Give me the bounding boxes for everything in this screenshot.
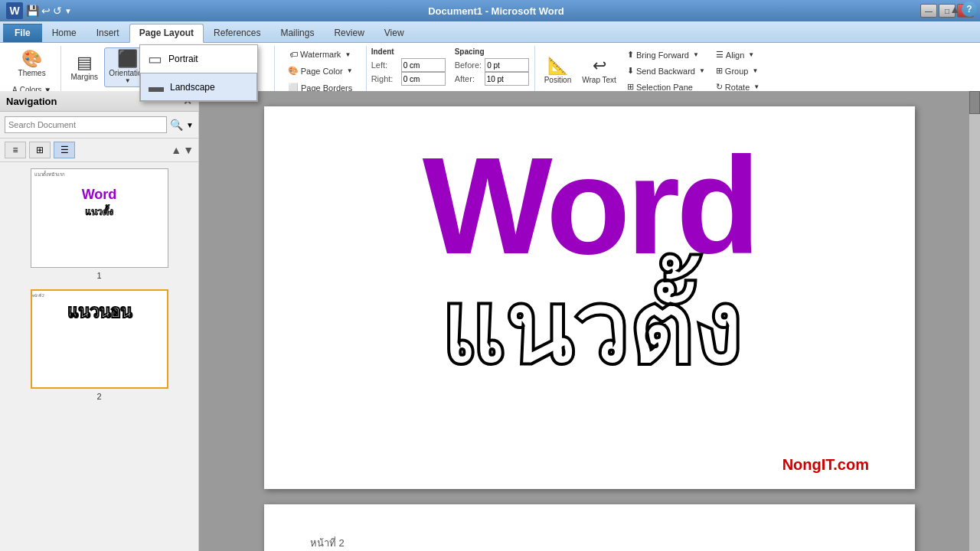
sendbackward-btn[interactable]: ⬇ Send Backward ▼ (622, 64, 710, 78)
search-input[interactable] (5, 116, 167, 133)
ribbon-expand-btn[interactable]: ▲ (949, 3, 960, 15)
group-icon: ⊞ (716, 66, 723, 76)
tab-references[interactable]: References (204, 24, 270, 42)
tab-review[interactable]: Review (324, 24, 374, 42)
spacing-label: Spacing (455, 47, 529, 56)
tab-file[interactable]: File (3, 24, 42, 42)
themes-btn[interactable]: 🎨 Themes (14, 47, 51, 80)
nav-down-btn[interactable]: ▼ (183, 144, 194, 156)
arrange-controls: 📐 Position ↩ Wrap Text ⬆ Bring Forward ▼… (540, 47, 765, 94)
spacing-before-row: Before: 0 pt (455, 58, 529, 72)
thumb-big-word: Word (31, 187, 168, 203)
nav-arrows: ▲ ▼ (171, 144, 194, 156)
vertical-scrollbar[interactable] (969, 91, 980, 551)
portrait-icon: ▭ (148, 50, 162, 68)
tab-insert[interactable]: Insert (87, 24, 129, 42)
save-quick-btn[interactable]: 💾 (26, 5, 39, 17)
thumb-img-1: แนวตั้งหน้าแรก Word แนวตั้ง (31, 168, 168, 268)
margins-btn[interactable]: ▤ Margins (66, 51, 103, 84)
help-btn[interactable]: ? (962, 2, 977, 17)
nav-up-btn[interactable]: ▲ (171, 144, 181, 156)
main-content-area[interactable]: Word แนวตั้ง NongIT.com หน้าที่ 2 แนวนอน… (199, 91, 980, 551)
ribbon-tabs: File Home Insert Page Layout References … (0, 21, 980, 43)
margins-label: Margins (70, 73, 98, 81)
margins-icon: ▤ (77, 54, 93, 71)
sendbackward-icon: ⬇ (627, 66, 634, 76)
quick-access-toolbar: 💾 ↩ ↺ ▼ (26, 5, 72, 17)
nav-view-buttons: ≡ ⊞ ☰ ▲ ▼ (0, 139, 198, 162)
indent-right-label: Right: (371, 74, 398, 83)
view-btn-grid[interactable]: ⊞ (29, 142, 51, 158)
spacing-before-input[interactable]: 0 pt (485, 58, 529, 72)
indent-left-input[interactable]: 0 cm (401, 58, 446, 72)
orientation-portrait[interactable]: ▭ Portrait (140, 45, 257, 73)
page-1: Word แนวตั้ง NongIT.com (264, 106, 915, 489)
arrange-sub2: ☰ Align ▼ ⊞ Group ▼ ↻ Rotate ▼ (711, 47, 764, 94)
thai-text-1: แนวตั้ง (310, 275, 869, 384)
scroll-thumb[interactable] (969, 91, 980, 114)
position-label: Position (544, 76, 572, 84)
indent-right-row: Right: 0 cm (371, 72, 446, 86)
orientation-arrow: ▼ (125, 77, 131, 84)
title-bar: W 💾 ↩ ↺ ▼ Document1 - Microsoft Word — □… (0, 0, 980, 21)
bringforward-btn[interactable]: ⬆ Bring Forward ▼ (622, 47, 710, 62)
spacing-before-label: Before: (455, 60, 482, 70)
navigation-pane: Navigation ✕ 🔍 ▼ ≡ ⊞ ☰ ▲ ▼ แนวตั้งหน้าแร… (0, 91, 199, 551)
spacing-after-label: After: (455, 74, 482, 83)
thumb-page-1[interactable]: แนวตั้งหน้าแรก Word แนวตั้ง 1 (6, 168, 192, 280)
thumb-preview-text-1: แนวตั้งหน้าแรก (31, 169, 168, 181)
search-dropdown-btn[interactable]: ▼ (186, 121, 194, 129)
title-bar-left: W 💾 ↩ ↺ ▼ (6, 2, 72, 19)
search-icon[interactable]: 🔍 (170, 119, 183, 131)
wraptext-label: Wrap Text (582, 76, 616, 84)
thumb-page-2[interactable]: หน้าที่ 2 แนวนอน 2 (6, 289, 192, 401)
orientation-landscape[interactable]: ▬ Landscape (140, 73, 257, 101)
align-icon: ☰ (716, 50, 724, 60)
customize-quick-btn[interactable]: ▼ (64, 7, 72, 15)
view-btn-thumb[interactable]: ☰ (54, 142, 75, 158)
position-btn[interactable]: 📐 Position (540, 47, 577, 94)
indent-section: Indent Left: 0 cm Right: 0 cm (371, 47, 446, 86)
undo-quick-btn[interactable]: ↩ (41, 5, 51, 17)
watermark-btn[interactable]: 🏷 Watermark ▼ (285, 47, 355, 61)
nav-title-label: Navigation (6, 96, 57, 107)
landscape-label: Landscape (170, 82, 215, 93)
bringforward-icon: ⬆ (627, 50, 634, 60)
indent-right-input[interactable]: 0 cm (401, 72, 446, 86)
brand-label: NongIT.com (782, 456, 869, 474)
para-top: Indent Left: 0 cm Right: 0 cm Spacing (371, 47, 530, 86)
spacing-after-row: After: 10 pt (455, 72, 529, 86)
pagecolor-btn[interactable]: 🎨 Page Color ▼ (283, 64, 358, 78)
indent-left-row: Left: 0 cm (371, 58, 446, 72)
minimize-btn[interactable]: — (920, 4, 937, 18)
thumb-thai-outline-1: แนวตั้ง (31, 204, 168, 219)
tab-home[interactable]: Home (42, 24, 87, 42)
help-area: ▲ ? (946, 0, 980, 18)
orientation-dropdown: ▭ Portrait ▬ Landscape (139, 44, 258, 102)
arrange-sub: ⬆ Bring Forward ▼ ⬇ Send Backward ▼ ⊞ Se… (622, 47, 710, 94)
view-btn-list[interactable]: ≡ (5, 142, 26, 158)
spacing-section: Spacing Before: 0 pt After: 10 pt (455, 47, 529, 86)
orientation-icon: ⬛ (117, 51, 138, 67)
wraptext-btn[interactable]: ↩ Wrap Text (577, 47, 621, 94)
nav-thumbnails: แนวตั้งหน้าแรก Word แนวตั้ง 1 หน้าที่ 2 … (0, 162, 198, 551)
indent-label: Indent (371, 47, 446, 56)
align-btn[interactable]: ☰ Align ▼ (711, 47, 764, 62)
thumb-num-1: 1 (96, 271, 101, 280)
tab-mailings[interactable]: Mailings (270, 24, 324, 42)
group-btn[interactable]: ⊞ Group ▼ (711, 64, 764, 78)
wraptext-icon: ↩ (593, 57, 606, 74)
watermark-icon: 🏷 (289, 50, 298, 59)
position-icon: 📐 (547, 57, 568, 74)
tab-pagelayout[interactable]: Page Layout (129, 24, 204, 43)
page-container: Word แนวตั้ง NongIT.com หน้าที่ 2 แนวนอน… (199, 91, 980, 551)
spacing-after-input[interactable]: 10 pt (485, 72, 529, 86)
tab-view[interactable]: View (374, 24, 414, 42)
pagecolor-icon: 🎨 (288, 66, 299, 76)
thumb-img-2: หน้าที่ 2 แนวนอน (31, 289, 168, 389)
window-title: Document1 - Microsoft Word (72, 5, 920, 17)
thumb-page2-num: หน้าที่ 2 (32, 292, 167, 298)
thumb-num-2: 2 (96, 392, 101, 401)
indent-left-label: Left: (371, 60, 398, 70)
redo-quick-btn[interactable]: ↺ (53, 5, 62, 17)
